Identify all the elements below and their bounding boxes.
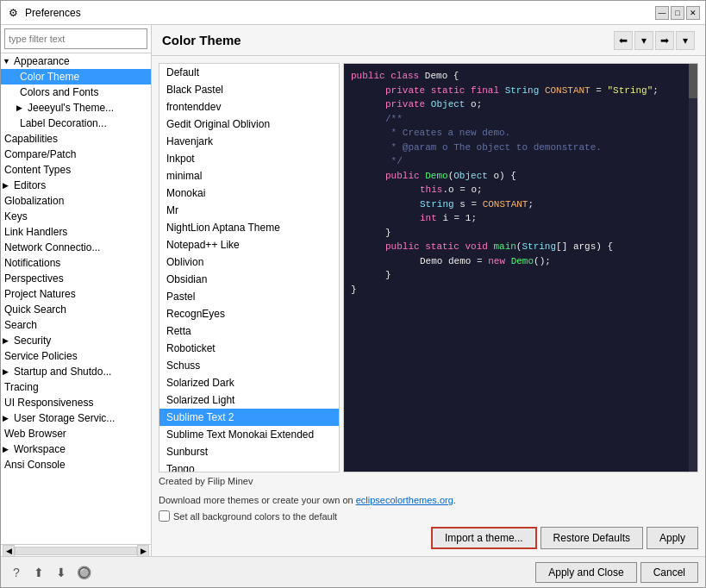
expand-arrow-user-storage: ▶ bbox=[3, 414, 11, 422]
theme-item-nightlion[interactable]: NightLion Aptana Theme bbox=[159, 219, 339, 236]
panel-title: Color Theme bbox=[162, 33, 241, 47]
restore-defaults-button[interactable]: Restore Defaults bbox=[540, 527, 643, 549]
menu-button[interactable]: ▾ bbox=[676, 31, 695, 50]
sidebar-item-ui-responsiveness[interactable]: UI Responsiveness bbox=[1, 395, 151, 410]
sidebar-item-user-storage[interactable]: ▶ User Storage Servic... bbox=[1, 410, 151, 426]
sidebar-item-label: Compare/Patch bbox=[4, 148, 76, 160]
apply-close-button[interactable]: Apply and Close bbox=[535, 562, 636, 583]
theme-item-pastel[interactable]: Pastel bbox=[159, 288, 339, 305]
window-controls: — □ ✕ bbox=[655, 6, 700, 20]
sidebar-item-label: Tracing bbox=[4, 381, 39, 393]
sidebar-item-label: Quick Search bbox=[4, 303, 66, 316]
sidebar-item-security[interactable]: ▶ Security bbox=[1, 333, 151, 348]
sidebar-item-colors-fonts[interactable]: Colors and Fonts bbox=[1, 84, 151, 100]
header-buttons: ⬅ ▾ ➡ ▾ bbox=[614, 31, 695, 50]
sidebar: ▼ Appearance Color Theme Colors and Font… bbox=[1, 25, 152, 556]
sidebar-item-jeeeyul[interactable]: ▶ Jeeeyul's Theme... bbox=[1, 100, 151, 116]
panel-header: Color Theme ⬅ ▾ ➡ ▾ bbox=[152, 25, 705, 56]
sidebar-item-editors[interactable]: ▶ Editors bbox=[1, 178, 151, 193]
back-button[interactable]: ⬅ bbox=[614, 31, 633, 50]
theme-item-sublime-monokai[interactable]: Sublime Text Monokai Extended bbox=[159, 426, 339, 443]
theme-item-inkpot[interactable]: Inkpot bbox=[159, 150, 339, 167]
sidebar-item-appearance[interactable]: ▼ Appearance bbox=[1, 53, 151, 69]
theme-item-sunburst[interactable]: Sunburst bbox=[159, 443, 339, 460]
theme-item-mr[interactable]: Mr bbox=[159, 202, 339, 219]
theme-item-retta[interactable]: Retta bbox=[159, 322, 339, 340]
sidebar-item-project-natures[interactable]: Project Natures bbox=[1, 286, 151, 302]
sidebar-item-quick-search[interactable]: Quick Search bbox=[1, 302, 151, 317]
theme-item-frontenddev[interactable]: frontenddev bbox=[159, 98, 339, 116]
sidebar-item-label: Startup and Shutdo... bbox=[14, 366, 111, 378]
theme-item-tango[interactable]: Tango bbox=[159, 460, 339, 472]
dropdown-arrow[interactable]: ▾ bbox=[634, 31, 653, 50]
download-link[interactable]: eclipsecolorthemes.org bbox=[356, 495, 453, 505]
theme-item-default[interactable]: Default bbox=[159, 64, 339, 81]
sidebar-item-label: Security bbox=[14, 335, 51, 347]
sidebar-item-search[interactable]: Search bbox=[1, 317, 151, 333]
sidebar-item-compare[interactable]: Compare/Patch bbox=[1, 147, 151, 162]
sidebar-item-service-policies[interactable]: Service Policies bbox=[1, 348, 151, 364]
sidebar-item-startup[interactable]: ▶ Startup and Shutdo... bbox=[1, 364, 151, 379]
right-panel: Color Theme ⬅ ▾ ➡ ▾ Default Black Pastel… bbox=[152, 25, 705, 556]
sidebar-item-label: Editors bbox=[14, 179, 46, 191]
sidebar-item-ansi-console[interactable]: Ansi Console bbox=[1, 457, 151, 472]
sidebar-item-label: Globalization bbox=[4, 195, 64, 207]
sidebar-item-label-dec[interactable]: Label Decoration... bbox=[1, 116, 151, 131]
sidebar-item-workspace[interactable]: ▶ Workspace bbox=[1, 441, 151, 457]
scroll-right-btn[interactable]: ▶ bbox=[137, 545, 149, 557]
cancel-button[interactable]: Cancel bbox=[640, 562, 698, 583]
export-icon[interactable]: ⬆ bbox=[30, 564, 47, 581]
apply-button[interactable]: Apply bbox=[647, 527, 698, 549]
sidebar-item-perspectives[interactable]: Perspectives bbox=[1, 271, 151, 286]
theme-item-gedit[interactable]: Gedit Original Oblivion bbox=[159, 116, 339, 133]
minimize-button[interactable]: — bbox=[655, 6, 669, 20]
theme-item-roboticket[interactable]: Roboticket bbox=[159, 340, 339, 357]
code-scrollbar-thumb[interactable] bbox=[689, 64, 697, 98]
sidebar-item-content-types[interactable]: Content Types bbox=[1, 162, 151, 178]
maximize-button[interactable]: □ bbox=[671, 6, 684, 20]
scroll-left-btn[interactable]: ◀ bbox=[3, 545, 15, 557]
theme-item-havenjark[interactable]: Havenjark bbox=[159, 133, 339, 150]
theme-item-obsidian[interactable]: Obsidian bbox=[159, 271, 339, 288]
search-box bbox=[1, 25, 151, 53]
sidebar-item-network[interactable]: Network Connectio... bbox=[1, 240, 151, 255]
theme-item-black-pastel[interactable]: Black Pastel bbox=[159, 81, 339, 98]
sidebar-item-label: Web Browser bbox=[4, 428, 66, 440]
theme-item-recogneyes[interactable]: RecognEyes bbox=[159, 305, 339, 322]
theme-item-schuss[interactable]: Schuss bbox=[159, 357, 339, 374]
import-icon[interactable]: ⬇ bbox=[53, 564, 70, 581]
search-input[interactable] bbox=[4, 28, 147, 49]
bottom-bar: ? ⬆ ⬇ 🔘 Apply and Close Cancel bbox=[1, 556, 705, 587]
theme-item-monokai[interactable]: Monokai bbox=[159, 185, 339, 202]
theme-item-solarized-light[interactable]: Solarized Light bbox=[159, 391, 339, 409]
sidebar-item-notifications[interactable]: Notifications bbox=[1, 255, 151, 271]
import-theme-button[interactable]: Import a theme... bbox=[431, 527, 537, 549]
sidebar-item-label: Workspace bbox=[14, 443, 66, 455]
content-row: Default Black Pastel frontenddev Gedit O… bbox=[159, 63, 698, 472]
forward-button[interactable]: ➡ bbox=[655, 31, 674, 50]
theme-item-notepad[interactable]: Notepad++ Like bbox=[159, 236, 339, 253]
sidebar-item-capabilities[interactable]: Capabilities bbox=[1, 131, 151, 147]
sidebar-item-link-handlers[interactable]: Link Handlers bbox=[1, 224, 151, 240]
close-button[interactable]: ✕ bbox=[686, 6, 700, 20]
sidebar-item-web-browser[interactable]: Web Browser bbox=[1, 426, 151, 441]
sidebar-item-label: Capabilities bbox=[4, 133, 58, 145]
help-icon[interactable]: ? bbox=[8, 564, 25, 581]
code-scrollbar[interactable] bbox=[689, 64, 697, 472]
theme-item-oblivion[interactable]: Oblivion bbox=[159, 253, 339, 271]
sidebar-item-label: Link Handlers bbox=[4, 226, 67, 238]
settings-icon[interactable]: 🔘 bbox=[75, 564, 92, 581]
sidebar-item-keys[interactable]: Keys bbox=[1, 209, 151, 224]
sidebar-item-globalization[interactable]: Globalization bbox=[1, 193, 151, 209]
theme-item-sublime2[interactable]: Sublime Text 2 bbox=[159, 409, 339, 426]
sidebar-item-tracing[interactable]: Tracing bbox=[1, 379, 151, 395]
theme-list[interactable]: Default Black Pastel frontenddev Gedit O… bbox=[159, 63, 340, 472]
theme-item-solarized-dark[interactable]: Solarized Dark bbox=[159, 374, 339, 391]
sidebar-item-label: UI Responsiveness bbox=[4, 397, 93, 409]
sidebar-item-label: Keys bbox=[4, 210, 28, 222]
sidebar-item-color-theme[interactable]: Color Theme bbox=[1, 69, 151, 84]
sidebar-item-label: Project Natures bbox=[4, 288, 76, 300]
horizontal-scrollbar[interactable] bbox=[15, 547, 137, 555]
theme-item-minimal[interactable]: minimal bbox=[159, 167, 339, 185]
bg-colors-checkbox[interactable] bbox=[159, 510, 170, 522]
